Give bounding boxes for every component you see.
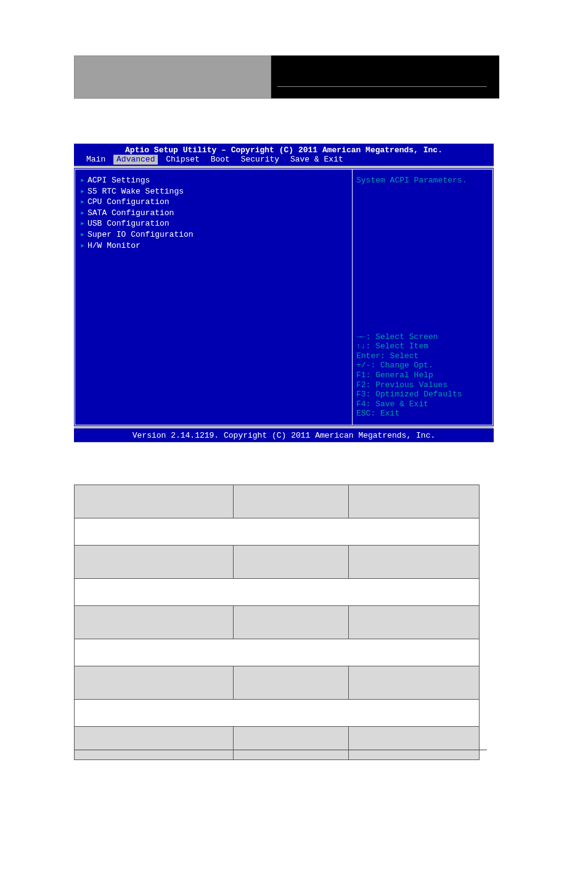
table-cell xyxy=(233,666,349,700)
table-cell xyxy=(233,546,349,579)
table-cell xyxy=(233,727,349,760)
menu-sata-config[interactable]: ▸SATA Configuration xyxy=(80,208,347,218)
help-keys: →←: Select Screen ↑↓: Select Item Enter:… xyxy=(356,332,489,419)
table-row xyxy=(75,579,480,606)
table-cell xyxy=(75,700,480,727)
table-row xyxy=(75,518,480,546)
table-cell xyxy=(75,485,234,518)
bios-help-panel: System ACPI Parameters. →←: Select Scree… xyxy=(352,169,493,425)
header-right-block xyxy=(271,55,499,99)
header-left-block xyxy=(74,55,271,99)
table-cell xyxy=(75,546,234,579)
help-key-line: Enter: Select xyxy=(356,351,489,361)
table-row xyxy=(75,606,480,639)
table-row xyxy=(75,700,480,727)
tab-save-exit[interactable]: Save & Exit xyxy=(287,155,346,165)
table-cell xyxy=(75,727,234,760)
help-key-line: F3: Optimized Defaults xyxy=(356,390,489,399)
table-row xyxy=(75,727,480,760)
tab-advanced[interactable]: Advanced xyxy=(113,155,158,165)
document-header xyxy=(74,55,499,99)
table-cell xyxy=(75,606,234,639)
help-key-line: F2: Previous Values xyxy=(356,380,489,390)
menu-cpu-config[interactable]: ▸CPU Configuration xyxy=(80,197,347,207)
help-key-line: ESC: Exit xyxy=(356,409,489,419)
table-cell xyxy=(349,727,480,760)
footer-divider xyxy=(74,750,487,750)
arrow-icon: ▸ xyxy=(80,241,88,251)
table-cell xyxy=(349,606,480,639)
bios-title: Aptio Setup Utility – Copyright (C) 2011… xyxy=(74,144,494,155)
table-cell xyxy=(233,485,349,518)
help-description: System ACPI Parameters. xyxy=(356,176,489,186)
arrow-icon: ▸ xyxy=(80,230,88,240)
table-cell xyxy=(349,546,480,579)
tab-main[interactable]: Main xyxy=(83,155,108,165)
tab-chipset[interactable]: Chipset xyxy=(163,155,203,165)
help-key-line: +/-: Change Opt. xyxy=(356,361,489,370)
arrow-icon: ▸ xyxy=(80,219,88,229)
table-row xyxy=(75,485,480,518)
help-key-line: ↑↓: Select Item xyxy=(356,342,489,351)
menu-acpi-settings[interactable]: ▸ACPI Settings xyxy=(80,176,347,186)
bios-menu-panel: ▸ACPI Settings ▸S5 RTC Wake Settings ▸CP… xyxy=(75,169,352,425)
settings-table xyxy=(74,485,480,760)
bios-body: ▸ACPI Settings ▸S5 RTC Wake Settings ▸CP… xyxy=(74,168,494,426)
help-key-line: F1: General Help xyxy=(356,370,489,380)
tab-security[interactable]: Security xyxy=(238,155,282,165)
table-row xyxy=(75,639,480,666)
table-cell xyxy=(349,485,480,518)
menu-s5-rtc-wake[interactable]: ▸S5 RTC Wake Settings xyxy=(80,187,347,197)
arrow-icon: ▸ xyxy=(80,187,88,197)
menu-usb-config[interactable]: ▸USB Configuration xyxy=(80,219,347,229)
arrow-icon: ▸ xyxy=(80,197,88,207)
tab-boot[interactable]: Boot xyxy=(208,155,233,165)
arrow-icon: ▸ xyxy=(80,176,88,186)
menu-super-io[interactable]: ▸Super IO Configuration xyxy=(80,230,347,240)
table-cell xyxy=(233,606,349,639)
arrow-icon: ▸ xyxy=(80,208,88,218)
table-cell xyxy=(75,518,480,546)
table-row xyxy=(75,666,480,700)
table-cell xyxy=(75,579,480,606)
help-key-line: F4: Save & Exit xyxy=(356,399,489,409)
table-cell xyxy=(349,666,480,700)
help-key-line: →←: Select Screen xyxy=(356,332,489,342)
table-row xyxy=(75,546,480,579)
menu-hw-monitor[interactable]: ▸H/W Monitor xyxy=(80,241,347,251)
bios-setup-screenshot: Aptio Setup Utility – Copyright (C) 2011… xyxy=(74,144,494,443)
table-cell xyxy=(75,639,480,666)
bios-tab-bar: Main Advanced Chipset Boot Security Save… xyxy=(74,155,494,166)
bios-footer: Version 2.14.1219. Copyright (C) 2011 Am… xyxy=(74,428,494,442)
table-cell xyxy=(75,666,234,700)
